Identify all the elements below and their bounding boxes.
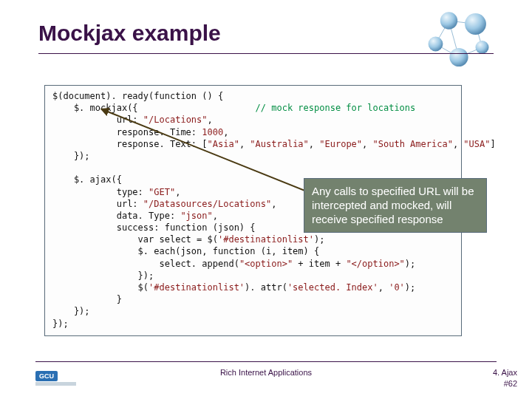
svg-point-8 (429, 37, 443, 52)
footer-divider (35, 361, 497, 362)
slide-title: Mockjax example (38, 21, 221, 46)
svg-rect-15 (35, 382, 76, 386)
footer-section: 4. Ajax (493, 368, 517, 377)
svg-point-9 (476, 41, 489, 54)
network-graphic (418, 7, 499, 74)
svg-point-10 (449, 48, 468, 66)
svg-point-7 (465, 13, 486, 35)
slide-number: #62 (504, 379, 517, 388)
callout-box: Any calls to specified URL will be inter… (304, 178, 487, 233)
footer-title: Rich Internet Applications (0, 368, 532, 377)
title-divider (38, 53, 494, 54)
svg-point-6 (440, 12, 457, 29)
